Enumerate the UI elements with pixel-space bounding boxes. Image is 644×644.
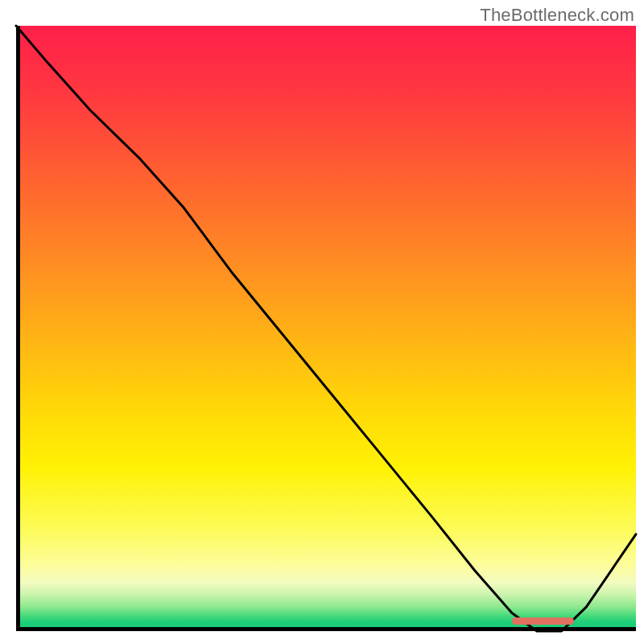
y-axis-line: [16, 26, 20, 631]
optimal-zone-marker: [512, 617, 574, 625]
curve-path: [16, 26, 636, 631]
bottleneck-curve: [16, 26, 636, 631]
chart-stage: TheBottleneck.com: [0, 0, 644, 644]
plot-area: [16, 26, 636, 631]
x-axis-line: [16, 627, 636, 631]
watermark-text: TheBottleneck.com: [480, 5, 634, 26]
